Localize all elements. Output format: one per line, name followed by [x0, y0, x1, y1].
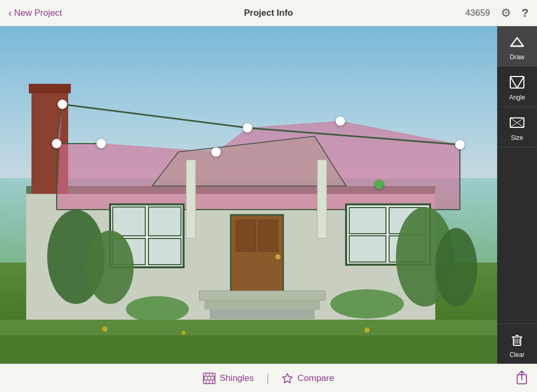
svg-rect-18 — [258, 220, 278, 252]
main-image-area — [0, 26, 497, 364]
project-id: 43659 — [465, 8, 490, 18]
help-icon[interactable]: ? — [522, 6, 529, 20]
clear-label: Clear — [510, 351, 525, 358]
compare-button[interactable]: Compare — [271, 373, 345, 384]
shingles-label: Shingles — [220, 373, 254, 384]
star-icon — [282, 373, 293, 384]
svg-rect-43 — [510, 77, 524, 88]
control-point[interactable] — [52, 139, 61, 148]
angle-tool-button[interactable]: Angle — [497, 67, 537, 107]
draw-tool-button[interactable]: Draw — [497, 26, 537, 67]
control-point[interactable] — [336, 116, 345, 126]
draw-icon — [509, 34, 525, 50]
angle-label: Angle — [509, 94, 525, 101]
svg-line-45 — [517, 77, 524, 88]
svg-rect-20 — [346, 204, 430, 265]
size-tool-button[interactable]: Size — [497, 107, 537, 147]
clear-button[interactable]: Clear — [497, 323, 537, 364]
page-title: Project Info — [244, 8, 293, 18]
control-point[interactable] — [455, 140, 465, 149]
right-icons: 43659 ⚙ ? — [465, 6, 529, 20]
bottom-bar: Shingles | Compare — [0, 364, 537, 392]
svg-marker-41 — [511, 38, 523, 46]
svg-rect-17 — [236, 220, 256, 252]
svg-point-19 — [275, 254, 281, 259]
svg-rect-1 — [26, 186, 435, 194]
back-label: New Project — [14, 8, 62, 18]
svg-rect-12 — [113, 207, 145, 236]
svg-rect-24 — [389, 236, 426, 262]
size-icon — [509, 114, 525, 131]
top-bar: ‹ New Project Project Info 43659 ⚙ ? — [0, 0, 537, 26]
trash-icon — [509, 331, 525, 348]
shingles-button[interactable]: Shingles — [192, 373, 264, 384]
svg-rect-15 — [148, 238, 181, 265]
svg-rect-22 — [389, 208, 426, 234]
right-sidebar: Draw Angle Size — [497, 26, 537, 364]
compare-label: Compare — [297, 373, 334, 384]
settings-icon[interactable]: ⚙ — [501, 6, 511, 20]
ground — [0, 263, 497, 364]
svg-marker-71 — [283, 373, 292, 382]
house-photo — [0, 26, 497, 364]
svg-rect-21 — [349, 208, 386, 234]
active-control-point[interactable] — [374, 180, 384, 189]
draw-label: Draw — [510, 53, 524, 61]
share-icon — [515, 370, 529, 385]
divider: | — [264, 372, 271, 384]
control-point[interactable] — [211, 147, 221, 157]
svg-rect-13 — [148, 207, 181, 236]
control-point[interactable] — [58, 100, 67, 109]
svg-rect-11 — [110, 204, 184, 267]
shingles-icon — [203, 373, 216, 384]
svg-rect-14 — [113, 238, 145, 265]
sky-background — [0, 26, 497, 178]
size-label: Size — [511, 134, 523, 141]
angle-icon — [509, 74, 525, 91]
control-point[interactable] — [96, 139, 106, 148]
control-point[interactable] — [243, 123, 252, 133]
svg-line-44 — [510, 77, 517, 88]
share-button[interactable] — [515, 370, 529, 387]
chevron-left-icon: ‹ — [8, 7, 12, 19]
svg-rect-23 — [349, 236, 386, 262]
back-button[interactable]: ‹ New Project — [8, 7, 62, 19]
